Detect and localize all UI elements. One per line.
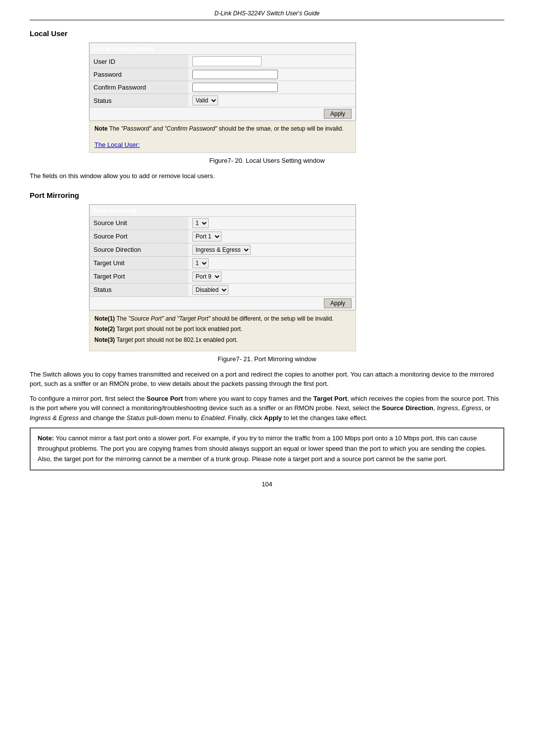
local-users-table: Local Users Setting User ID Password Con…: [89, 43, 356, 121]
local-user-link-text[interactable]: The Local User:: [94, 141, 140, 148]
ingress-egress-italic: Ingress & Egress: [30, 414, 79, 422]
table-row: Target Unit 1: [89, 256, 356, 270]
target-port-label: Target Port: [89, 270, 188, 283]
source-port-select[interactable]: Port 1: [192, 232, 222, 241]
apply-bold: Apply: [264, 414, 282, 422]
port-mirroring-table-header: Port Mirroring: [89, 204, 356, 216]
pm-apply-row: Apply: [89, 296, 356, 310]
bottom-note-text: You cannot mirror a fast port onto a slo…: [38, 434, 487, 463]
table-row: Source Port Port 1: [89, 230, 356, 243]
user-id-input[interactable]: [192, 56, 262, 66]
source-unit-cell: 1: [188, 216, 356, 230]
pm-note3: Note(3) Target port should not be 802.1x…: [94, 336, 351, 344]
local-user-figure-caption: Figure7- 20. Local Users Setting window: [30, 157, 504, 164]
table-row: Confirm Password: [89, 81, 356, 94]
enabled-italic: Enabled: [201, 414, 224, 422]
local-user-section: Local User Local Users Setting User ID P…: [30, 29, 504, 181]
source-port-cell: Port 1: [188, 230, 356, 243]
pm-note3-bold: Note(3): [94, 336, 115, 343]
bottom-note-box: Note: You cannot mirror a fast port onto…: [30, 427, 504, 470]
confirm-password-input[interactable]: [192, 83, 278, 92]
source-direction-cell: Ingress & Egress Ingress Egress: [188, 243, 356, 256]
source-unit-select[interactable]: 1: [192, 218, 209, 228]
confirm-password-cell: [188, 81, 356, 94]
pm-note2-bold: Note(2): [94, 326, 115, 332]
port-mirroring-section: Port Mirroring Port Mirroring Source Uni…: [30, 191, 504, 471]
table-row: Source Unit 1: [89, 216, 356, 230]
local-user-note-box: Note The "Password" and "Confirm Passwor…: [89, 121, 356, 153]
pm-note2: Note(2) Target port should not be port l…: [94, 325, 351, 333]
ingress-italic: Ingress: [437, 404, 458, 412]
local-user-note-text: Note The "Password" and "Confirm Passwor…: [94, 125, 351, 132]
password-label: Password: [89, 68, 188, 81]
apply-row: Apply: [89, 107, 356, 121]
target-unit-cell: 1: [188, 256, 356, 270]
local-user-link: The Local User:: [94, 141, 351, 148]
pm-note1: Note(1) The "Source Port" and "Target Po…: [94, 315, 351, 323]
table-row: Source Direction Ingress & Egress Ingres…: [89, 243, 356, 256]
source-direction-select[interactable]: Ingress & Egress Ingress Egress: [192, 245, 251, 255]
pm-figure-caption: Figure7- 21. Port Mirroring window: [30, 355, 504, 363]
target-unit-label: Target Unit: [89, 256, 188, 270]
user-id-label: User ID: [89, 55, 188, 68]
local-user-heading: Local User: [30, 29, 504, 38]
source-unit-label: Source Unit: [89, 216, 188, 230]
egress-italic: Egress: [461, 404, 481, 412]
pm-note1-bold: Note(1): [94, 315, 115, 322]
pm-note-box: Note(1) The "Source Port" and "Target Po…: [89, 310, 356, 351]
status-cell: Valid: [188, 94, 356, 107]
pm-body-text2: To configure a mirror port, first select…: [30, 394, 504, 423]
local-users-table-header: Local Users Setting: [89, 43, 356, 55]
status-label: Status: [89, 94, 188, 107]
password-input[interactable]: [192, 70, 278, 79]
password-cell: [188, 68, 356, 81]
port-mirroring-table: Port Mirroring Source Unit 1 Source Port…: [89, 204, 356, 310]
confirm-password-label: Confirm Password: [89, 81, 188, 94]
pm-status-select[interactable]: Disabled Enabled: [192, 285, 228, 295]
target-port-bold: Target Port: [313, 395, 347, 402]
table-row: Target Port Port 9: [89, 270, 356, 283]
bottom-note-label: Note:: [38, 434, 54, 442]
source-direction-bold: Source Direction: [382, 404, 433, 412]
page-number: 104: [30, 480, 504, 488]
source-direction-label: Source Direction: [89, 243, 188, 256]
note-italic-1: "Password" and "Confirm Password": [121, 125, 217, 132]
table-row: Status Valid: [89, 94, 356, 107]
target-port-select[interactable]: Port 9: [192, 272, 222, 282]
source-port-label: Source Port: [89, 230, 188, 243]
pm-apply-button[interactable]: Apply: [324, 298, 352, 308]
pm-status-cell: Disabled Enabled: [188, 283, 356, 296]
target-unit-select[interactable]: 1: [192, 258, 209, 268]
page-title: D-Link DHS-3224V Switch User's Guide: [214, 10, 319, 17]
port-mirroring-heading: Port Mirroring: [30, 191, 504, 199]
local-user-apply-button[interactable]: Apply: [324, 109, 352, 119]
note-bold: Note: [94, 125, 108, 132]
local-user-body-text: The fields on this window allow you to a…: [30, 171, 504, 181]
table-row: User ID: [89, 55, 356, 68]
pm-status-label: Status: [89, 283, 188, 296]
table-row: Password: [89, 68, 356, 81]
status-italic: Status: [127, 414, 145, 422]
status-select[interactable]: Valid: [192, 95, 218, 105]
table-row: Status Disabled Enabled: [89, 283, 356, 296]
page-header: D-Link DHS-3224V Switch User's Guide: [30, 10, 504, 20]
source-port-bold: Source Port: [146, 395, 183, 402]
user-id-cell: [188, 55, 356, 68]
pm-note1-italic: "Source Port" and "Target Port": [128, 315, 210, 322]
pm-body-text1: The Switch allows you to copy frames tra…: [30, 370, 504, 389]
target-port-cell: Port 9: [188, 270, 356, 283]
